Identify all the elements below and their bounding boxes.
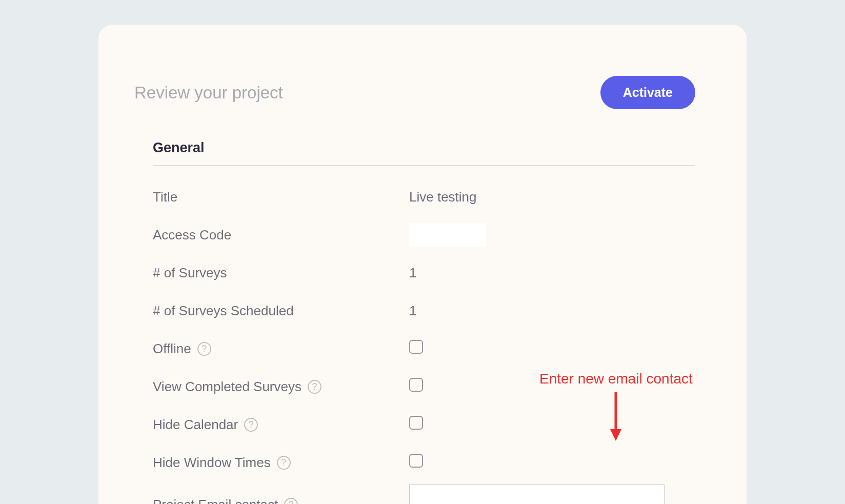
section-title-general: General xyxy=(153,140,695,166)
label-num-scheduled: # of Surveys Scheduled xyxy=(153,303,294,319)
label-view-completed: View Completed Surveys xyxy=(153,379,301,395)
checkbox-offline[interactable] xyxy=(409,340,423,354)
row-num-surveys: # of Surveys 1 xyxy=(153,254,695,292)
activate-button[interactable]: Activate xyxy=(600,76,695,109)
label-hide-calendar: Hide Calendar xyxy=(153,417,238,433)
row-hide-window-times: Hide Window Times ? xyxy=(153,443,695,481)
help-icon[interactable]: ? xyxy=(277,456,291,470)
value-title: Live testing xyxy=(409,189,477,205)
label-access-code: Access Code xyxy=(153,227,231,243)
settings-card: Review your project Activate General Tit… xyxy=(98,25,747,504)
value-num-scheduled: 1 xyxy=(409,303,416,319)
row-hide-calendar: Hide Calendar ? xyxy=(153,406,695,443)
project-email-input[interactable] xyxy=(409,485,665,505)
help-icon[interactable]: ? xyxy=(197,342,211,356)
value-num-surveys: 1 xyxy=(409,265,416,281)
row-num-scheduled: # of Surveys Scheduled 1 xyxy=(153,292,695,330)
checkbox-hide-window-times[interactable] xyxy=(409,454,423,468)
help-icon[interactable]: ? xyxy=(284,498,298,505)
help-icon[interactable]: ? xyxy=(244,418,258,432)
label-num-surveys: # of Surveys xyxy=(153,265,227,281)
label-title: Title xyxy=(153,189,177,205)
help-icon[interactable]: ? xyxy=(308,380,321,394)
label-hide-window-times: Hide Window Times xyxy=(153,455,271,471)
row-offline: Offline ? xyxy=(153,330,695,368)
general-section: General Title Live testing Access Code #… xyxy=(134,140,695,504)
row-view-completed: View Completed Surveys ? xyxy=(153,368,695,406)
row-project-email: Project Email contact ? xyxy=(153,481,695,504)
row-access-code: Access Code xyxy=(153,216,695,254)
access-code-value-box xyxy=(409,223,486,247)
page-title: Review your project xyxy=(134,83,283,103)
label-project-email: Project Email contact xyxy=(153,497,278,505)
card-header: Review your project Activate xyxy=(134,66,695,109)
checkbox-view-completed[interactable] xyxy=(409,378,423,392)
row-title: Title Live testing xyxy=(153,178,695,216)
label-offline: Offline xyxy=(153,341,191,357)
checkbox-hide-calendar[interactable] xyxy=(409,416,423,430)
